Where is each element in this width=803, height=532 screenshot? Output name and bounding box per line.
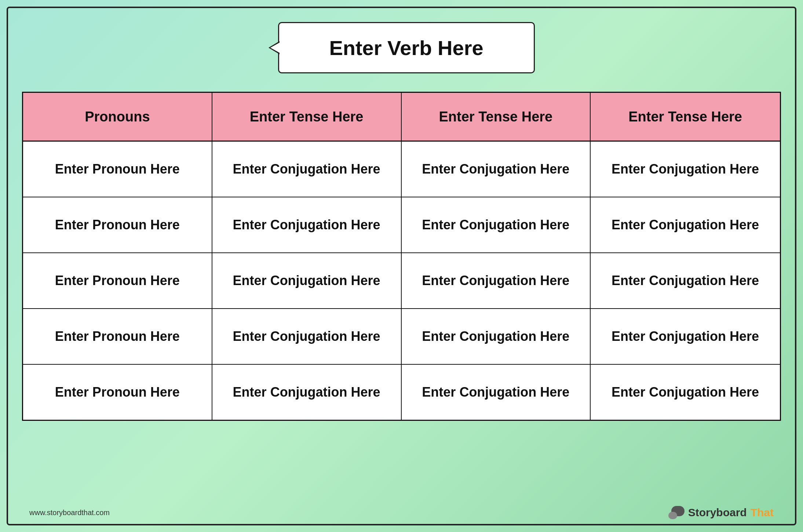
cell-pronoun-2[interactable]: Enter Pronoun Here [23,197,212,252]
footer-brand: StoryboardThat [668,506,774,519]
cell-conj-3-2[interactable]: Enter Conjugation Here [402,253,591,308]
table-row: Enter Pronoun Here Enter Conjugation Her… [23,309,780,365]
verb-box-text: Enter Verb Here [329,36,483,60]
verb-box-container: Enter Verb Here [269,22,535,73]
table-body: Enter Pronoun Here Enter Conjugation Her… [23,142,780,420]
cell-pronoun-5[interactable]: Enter Pronoun Here [23,365,212,420]
cell-conj-3-3[interactable]: Enter Conjugation Here [591,253,780,308]
header-cell-tense2[interactable]: Enter Tense Here [402,93,591,141]
cell-pronoun-4[interactable]: Enter Pronoun Here [23,309,212,364]
cell-conj-3-1[interactable]: Enter Conjugation Here [212,253,402,308]
cell-conj-4-3-text: Enter Conjugation Here [612,329,759,344]
header-cell-tense1[interactable]: Enter Tense Here [212,93,402,141]
cell-conj-1-3[interactable]: Enter Conjugation Here [591,142,780,197]
cell-conj-3-1-text: Enter Conjugation Here [233,273,380,288]
header-tense2-text: Enter Tense Here [439,109,552,125]
storyboard-that-icon [668,506,685,519]
cell-conj-1-3-text: Enter Conjugation Here [612,161,759,177]
cell-conj-4-1-text: Enter Conjugation Here [233,329,380,344]
speech-bubble-arrow-inner [270,42,280,53]
header-tense3-text: Enter Tense Here [628,109,742,125]
brand-that-text: That [751,506,774,519]
cell-conj-3-3-text: Enter Conjugation Here [612,273,759,288]
footer-url: www.storyboardthat.com [29,509,110,517]
header-cell-pronouns: Pronouns [23,93,212,141]
cell-conj-5-3-text: Enter Conjugation Here [612,385,759,400]
cell-pronoun-1[interactable]: Enter Pronoun Here [23,142,212,197]
speech-bubble-arrow [269,41,280,54]
cell-conj-2-3-text: Enter Conjugation Here [612,217,759,233]
cell-conj-4-3[interactable]: Enter Conjugation Here [591,309,780,364]
cell-conj-5-2[interactable]: Enter Conjugation Here [402,365,591,420]
cell-conj-5-1[interactable]: Enter Conjugation Here [212,365,402,420]
cell-conj-4-1[interactable]: Enter Conjugation Here [212,309,402,364]
conjugation-table: Pronouns Enter Tense Here Enter Tense He… [22,92,781,421]
cell-conj-2-2-text: Enter Conjugation Here [422,217,569,233]
cell-conj-5-2-text: Enter Conjugation Here [422,385,569,400]
cell-pronoun-1-text: Enter Pronoun Here [55,161,180,177]
header-pronouns-text: Pronouns [85,109,150,125]
table-row: Enter Pronoun Here Enter Conjugation Her… [23,365,780,420]
cell-conj-1-2[interactable]: Enter Conjugation Here [402,142,591,197]
table-row: Enter Pronoun Here Enter Conjugation Her… [23,197,780,253]
footer: www.storyboardthat.com StoryboardThat [29,506,774,519]
cell-conj-5-3[interactable]: Enter Conjugation Here [591,365,780,420]
cell-conj-1-1[interactable]: Enter Conjugation Here [212,142,402,197]
verb-box[interactable]: Enter Verb Here [278,22,535,73]
brand-storyboard-text: Storyboard [688,506,747,519]
cell-conj-5-1-text: Enter Conjugation Here [233,385,380,400]
cell-conj-4-2-text: Enter Conjugation Here [422,329,569,344]
header-tense1-text: Enter Tense Here [250,109,364,125]
cell-pronoun-3-text: Enter Pronoun Here [55,273,180,288]
cell-conj-3-2-text: Enter Conjugation Here [422,273,569,288]
cell-conj-1-1-text: Enter Conjugation Here [233,161,380,177]
table-header: Pronouns Enter Tense Here Enter Tense He… [23,93,780,142]
table-row: Enter Pronoun Here Enter Conjugation Her… [23,142,780,197]
cell-pronoun-5-text: Enter Pronoun Here [55,385,180,400]
cell-conj-4-2[interactable]: Enter Conjugation Here [402,309,591,364]
cell-conj-2-1[interactable]: Enter Conjugation Here [212,197,402,252]
background: Enter Verb Here Pronouns Enter Tense Her… [0,0,803,532]
cell-conj-2-3[interactable]: Enter Conjugation Here [591,197,780,252]
cell-pronoun-2-text: Enter Pronoun Here [55,217,180,233]
cell-conj-1-2-text: Enter Conjugation Here [422,161,569,177]
cell-conj-2-2[interactable]: Enter Conjugation Here [402,197,591,252]
cell-pronoun-4-text: Enter Pronoun Here [55,329,180,344]
brand-bubble-small [668,512,677,519]
cell-pronoun-3[interactable]: Enter Pronoun Here [23,253,212,308]
table-row: Enter Pronoun Here Enter Conjugation Her… [23,253,780,309]
header-cell-tense3[interactable]: Enter Tense Here [591,93,780,141]
cell-conj-2-1-text: Enter Conjugation Here [233,217,380,233]
